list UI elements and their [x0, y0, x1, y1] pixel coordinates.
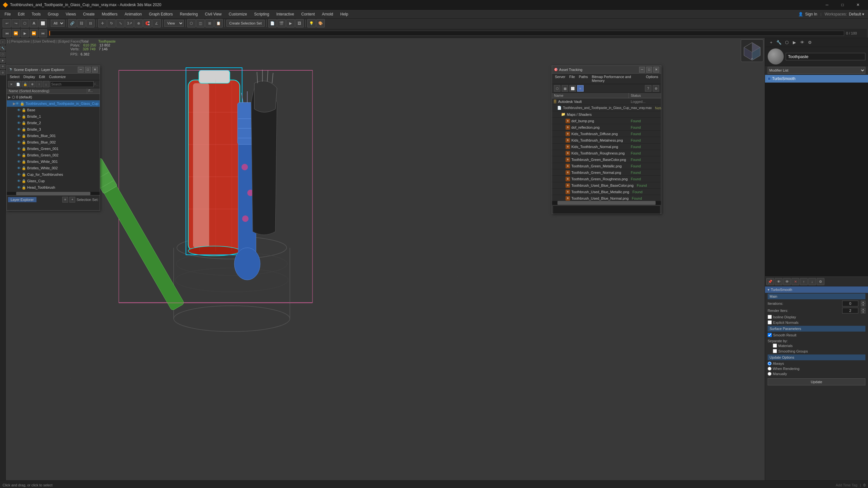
render-btn[interactable]: ▶ — [286, 19, 295, 27]
render-setup-btn[interactable]: 🎬 — [277, 19, 286, 27]
display-tab[interactable]: 👁 — [0, 64, 5, 69]
menu-interactive[interactable]: Interactive — [273, 11, 297, 18]
at-row-kids-roughness[interactable]: B Kids_Toothbrush_Roughness.png Found — [552, 150, 661, 156]
menu-create[interactable]: Create — [80, 11, 98, 18]
mod-show-all-btn[interactable]: 👁 — [783, 278, 791, 285]
motion-panel-tab[interactable]: ▶ — [791, 39, 798, 46]
obj-bristle-2[interactable]: 👁 🔒 Bristle_2 — [7, 120, 100, 126]
se-lock-btn[interactable]: 🔒 — [22, 81, 28, 88]
create-tab[interactable]: + — [0, 39, 5, 44]
obj-glass-cup[interactable]: 👁 🔒 Glass_Cup — [7, 178, 100, 184]
se-restore-btn[interactable]: □ — [85, 67, 91, 72]
se-layer-btn[interactable]: 📄 — [15, 81, 22, 88]
explicit-normals-checkbox[interactable] — [768, 320, 772, 324]
timeline-next[interactable]: ⏩ — [30, 29, 38, 37]
at-row-tb-green-normal[interactable]: B Toothbrush_Green_Normal.png Found — [552, 169, 661, 176]
surface-params-header[interactable]: Surface Parameters — [768, 326, 865, 332]
at-tool-2[interactable]: ▦ — [562, 85, 568, 92]
viewport[interactable]: [-] Perspective | [User Defined] | [Edge… — [6, 38, 765, 480]
move-btn[interactable]: ✛ — [98, 19, 106, 27]
motion-tab[interactable]: ▶ — [0, 58, 5, 63]
at-row-mainfile[interactable]: 📄 Toothbrushes_and_Toothpaste_in_Glass_C… — [552, 105, 661, 111]
turbosmooth-section-header[interactable]: ▾ TurboSmooth — [765, 286, 868, 293]
obj-cup-for-toothbrushes[interactable]: 👁 🔒 Cup_for_Toothbrushes — [7, 171, 100, 178]
se-freeze-btn[interactable]: ❄ — [29, 81, 35, 88]
se-scrollbar[interactable] — [7, 192, 100, 195]
se-search-input[interactable] — [50, 81, 94, 87]
se-close-btn[interactable]: ✕ — [92, 67, 98, 72]
viewport-lighting-btn[interactable]: 💡 — [307, 19, 316, 27]
obj-base[interactable]: 👁 🔒 Base — [7, 107, 100, 113]
at-row-kids-diffuse[interactable]: B Kids_Toothbrush_Diffuse.png Found — [552, 131, 661, 137]
se-up-btn[interactable]: ↑ — [36, 81, 42, 88]
nav-cube[interactable]: P — [742, 41, 762, 60]
layer-explorer-tab[interactable]: Layer Explorer — [8, 197, 36, 202]
layer-default[interactable]: ▶ ⬡ 0 (default) — [7, 94, 100, 100]
scene-explorer-titlebar[interactable]: 🔭 Scene Explorer - Layer Explorer ─ □ ✕ — [7, 66, 100, 73]
snap-btn[interactable]: 🧲 — [143, 19, 152, 27]
bind-btn[interactable]: ⊟ — [86, 19, 95, 27]
select-btn[interactable]: ⬡ — [21, 19, 29, 27]
always-radio[interactable] — [768, 362, 772, 365]
obj-bristles-white-001[interactable]: 👁 🔒 Bristles_White_001 — [7, 158, 100, 165]
align-btn[interactable]: ⊞ — [205, 19, 214, 27]
modify-panel-tab[interactable]: 🔧 — [775, 39, 782, 46]
at-row-dof-reflection[interactable]: B dof_reflection.png Found — [552, 124, 661, 131]
sign-in-label[interactable]: Sign In — [805, 12, 817, 17]
main-subsection[interactable]: Main — [768, 294, 865, 299]
unlink-btn[interactable]: ⛓ — [77, 19, 86, 27]
menu-edit[interactable]: Edit — [14, 11, 28, 18]
update-options-header[interactable]: Update Options — [768, 355, 865, 360]
pivot-btn[interactable]: ⊕ — [134, 19, 143, 27]
at-help-btn[interactable]: ? — [645, 85, 651, 92]
menu-arnold[interactable]: Arnold — [319, 11, 336, 18]
at-row-maps-folder[interactable]: 📁 Maps / Shaders — [552, 111, 661, 118]
create-panel-tab[interactable]: + — [768, 39, 775, 46]
redo-btn[interactable]: ↪ — [11, 19, 20, 27]
se-menu-edit[interactable]: Edit — [37, 74, 47, 79]
menu-civil-view[interactable]: Civil View — [202, 11, 225, 18]
object-name-input[interactable] — [786, 53, 865, 60]
mod-delete-btn[interactable]: ✕ — [792, 278, 799, 285]
at-row-tb-green-metallic[interactable]: B Toothbrush_Green_Metallic.png Found — [552, 163, 661, 169]
se-plus-btn[interactable]: + — [69, 197, 75, 202]
materials-checkbox[interactable] — [773, 344, 777, 348]
obj-head-toothbrush[interactable]: 👁 🔒 Head_Toothbrush — [7, 184, 100, 191]
render-iters-up[interactable]: ▲ — [861, 308, 865, 311]
link-btn[interactable]: 🔗 — [68, 19, 76, 27]
isoline-checkbox[interactable] — [768, 315, 772, 319]
at-row-kids-metalness[interactable]: B Kids_Toothbrush_Metalness.png Found — [552, 137, 661, 143]
se-minimize-btn[interactable]: ─ — [78, 67, 84, 72]
se-down-btn[interactable]: ↓ — [43, 81, 50, 88]
at-menu-paths[interactable]: Paths — [577, 74, 589, 83]
timeline-end[interactable]: ⏭ — [39, 29, 47, 37]
timeline-start[interactable]: ⏮ — [3, 29, 11, 37]
at-row-vault[interactable]: 🗄 Autodesk Vault Logged... — [552, 98, 661, 105]
menu-customize[interactable]: Customize — [226, 11, 250, 18]
at-row-tb-green-roughness[interactable]: B Toothbrush_Green_Roughness.png Found — [552, 176, 661, 182]
at-titlebar[interactable]: 🎯 Asset Tracking ─ □ ✕ — [552, 66, 661, 73]
at-menu-server[interactable]: Server — [553, 74, 567, 83]
render-iters-down[interactable]: ▼ — [861, 311, 865, 314]
menu-help[interactable]: Help — [337, 11, 351, 18]
at-row-tb-blue-basecolor[interactable]: B Toothbrush_Used_Blue_BaseColor.png Fou… — [552, 182, 661, 189]
view-dropdown[interactable]: View — [164, 20, 184, 27]
iterations-down[interactable]: ▼ — [861, 303, 865, 306]
obj-bristles-blue-001[interactable]: 👁 🔒 Bristles_Blue_001 — [7, 133, 100, 139]
at-row-tb-green-basecolor[interactable]: B Toothbrush_Green_BaseColor.png Found — [552, 156, 661, 163]
menu-rendering[interactable]: Rendering — [177, 11, 201, 18]
at-tool-4[interactable]: ≡ — [577, 85, 584, 92]
obj-bristles-green-002[interactable]: 👁 🔒 Bristles_Green_002 — [7, 152, 100, 158]
modify-tab[interactable]: 🔧 — [0, 45, 5, 51]
at-path-input[interactable] — [554, 208, 659, 212]
menu-group[interactable]: Group — [44, 11, 62, 18]
modifier-list-dropdown[interactable]: Modifier List — [768, 67, 865, 74]
mod-move-up-btn[interactable]: ↑ — [800, 278, 808, 285]
mod-configure-btn[interactable]: ⚙ — [817, 278, 825, 285]
at-restore-btn[interactable]: □ — [646, 67, 652, 72]
at-minimize-btn[interactable]: ─ — [639, 67, 645, 72]
obj-bristles-green-001[interactable]: 👁 🔒 Bristles_Green_001 — [7, 145, 100, 152]
mat-editor-btn[interactable]: 🎨 — [316, 19, 325, 27]
create-selection-set-btn[interactable]: Create Selection Set — [226, 20, 265, 27]
se-menu-select[interactable]: Select — [8, 74, 21, 79]
